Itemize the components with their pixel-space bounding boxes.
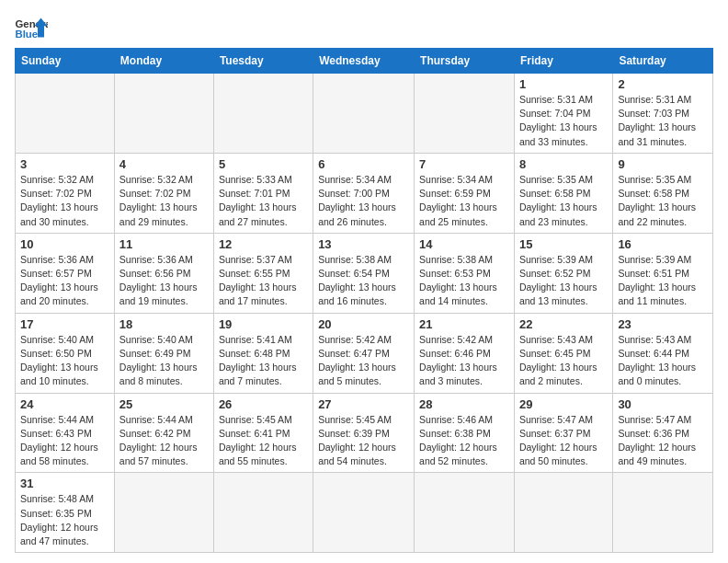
day-number: 5 — [219, 157, 308, 171]
weekday-header-thursday: Thursday — [415, 49, 515, 74]
day-number: 12 — [219, 237, 308, 251]
calendar-cell — [313, 473, 415, 553]
day-number: 1 — [519, 77, 608, 91]
day-sun-info: Sunrise: 5:34 AMSunset: 7:00 PMDaylight:… — [318, 173, 409, 229]
svg-text:Blue: Blue — [16, 29, 39, 40]
calendar-cell: 9Sunrise: 5:35 AMSunset: 6:58 PMDaylight… — [613, 153, 713, 233]
calendar-cell: 22Sunrise: 5:43 AMSunset: 6:45 PMDayligh… — [514, 313, 612, 393]
calendar-cell: 30Sunrise: 5:47 AMSunset: 6:36 PMDayligh… — [613, 393, 713, 473]
calendar-cell: 25Sunrise: 5:44 AMSunset: 6:42 PMDayligh… — [114, 393, 213, 473]
calendar-week-row: 3Sunrise: 5:32 AMSunset: 7:02 PMDaylight… — [16, 153, 713, 233]
calendar-cell: 14Sunrise: 5:38 AMSunset: 6:53 PMDayligh… — [415, 233, 515, 313]
calendar-cell: 21Sunrise: 5:42 AMSunset: 6:46 PMDayligh… — [415, 313, 515, 393]
day-sun-info: Sunrise: 5:36 AMSunset: 6:56 PMDaylight:… — [119, 253, 209, 309]
day-number: 30 — [618, 397, 708, 411]
day-number: 24 — [20, 397, 109, 411]
weekday-header-friday: Friday — [514, 49, 612, 74]
calendar-cell: 29Sunrise: 5:47 AMSunset: 6:37 PMDayligh… — [514, 393, 612, 473]
calendar-cell: 3Sunrise: 5:32 AMSunset: 7:02 PMDaylight… — [16, 153, 115, 233]
weekday-header-monday: Monday — [114, 49, 213, 74]
day-sun-info: Sunrise: 5:46 AMSunset: 6:38 PMDaylight:… — [419, 413, 509, 469]
calendar-cell: 31Sunrise: 5:48 AMSunset: 6:35 PMDayligh… — [16, 473, 115, 553]
day-sun-info: Sunrise: 5:39 AMSunset: 6:52 PMDaylight:… — [519, 253, 608, 309]
day-number: 19 — [219, 317, 308, 331]
day-number: 8 — [519, 157, 608, 171]
day-sun-info: Sunrise: 5:47 AMSunset: 6:37 PMDaylight:… — [519, 413, 608, 469]
calendar-cell: 23Sunrise: 5:43 AMSunset: 6:44 PMDayligh… — [613, 313, 713, 393]
calendar-cell: 17Sunrise: 5:40 AMSunset: 6:50 PMDayligh… — [16, 313, 115, 393]
calendar-cell: 11Sunrise: 5:36 AMSunset: 6:56 PMDayligh… — [114, 233, 213, 313]
calendar-cell: 12Sunrise: 5:37 AMSunset: 6:55 PMDayligh… — [213, 233, 313, 313]
day-sun-info: Sunrise: 5:32 AMSunset: 7:02 PMDaylight:… — [119, 173, 209, 229]
day-sun-info: Sunrise: 5:42 AMSunset: 6:46 PMDaylight:… — [419, 333, 509, 389]
day-number: 20 — [318, 317, 409, 331]
day-sun-info: Sunrise: 5:38 AMSunset: 6:53 PMDaylight:… — [419, 253, 509, 309]
day-number: 11 — [119, 237, 209, 251]
day-sun-info: Sunrise: 5:33 AMSunset: 7:01 PMDaylight:… — [219, 173, 308, 229]
calendar-week-row: 10Sunrise: 5:36 AMSunset: 6:57 PMDayligh… — [16, 233, 713, 313]
calendar-cell: 7Sunrise: 5:34 AMSunset: 6:59 PMDaylight… — [415, 153, 515, 233]
day-number: 6 — [318, 157, 409, 171]
calendar-cell — [613, 473, 713, 553]
day-number: 23 — [618, 317, 708, 331]
day-sun-info: Sunrise: 5:43 AMSunset: 6:45 PMDaylight:… — [519, 333, 608, 389]
calendar-cell: 16Sunrise: 5:39 AMSunset: 6:51 PMDayligh… — [613, 233, 713, 313]
calendar-cell — [114, 473, 213, 553]
calendar-cell — [213, 473, 313, 553]
calendar-cell: 26Sunrise: 5:45 AMSunset: 6:41 PMDayligh… — [213, 393, 313, 473]
calendar-cell: 27Sunrise: 5:45 AMSunset: 6:39 PMDayligh… — [313, 393, 415, 473]
day-number: 29 — [519, 397, 608, 411]
day-number: 22 — [519, 317, 608, 331]
day-number: 13 — [318, 237, 409, 251]
calendar-cell: 15Sunrise: 5:39 AMSunset: 6:52 PMDayligh… — [514, 233, 612, 313]
day-sun-info: Sunrise: 5:44 AMSunset: 6:42 PMDaylight:… — [119, 413, 209, 469]
day-number: 17 — [20, 317, 109, 331]
day-sun-info: Sunrise: 5:36 AMSunset: 6:57 PMDaylight:… — [20, 253, 109, 309]
day-sun-info: Sunrise: 5:40 AMSunset: 6:50 PMDaylight:… — [20, 333, 109, 389]
day-number: 7 — [419, 157, 509, 171]
day-sun-info: Sunrise: 5:39 AMSunset: 6:51 PMDaylight:… — [618, 253, 708, 309]
calendar-cell: 8Sunrise: 5:35 AMSunset: 6:58 PMDaylight… — [514, 153, 612, 233]
day-number: 16 — [618, 237, 708, 251]
day-sun-info: Sunrise: 5:32 AMSunset: 7:02 PMDaylight:… — [20, 173, 109, 229]
day-number: 9 — [618, 157, 708, 171]
day-number: 4 — [119, 157, 209, 171]
day-sun-info: Sunrise: 5:37 AMSunset: 6:55 PMDaylight:… — [219, 253, 308, 309]
day-sun-info: Sunrise: 5:40 AMSunset: 6:49 PMDaylight:… — [119, 333, 209, 389]
day-sun-info: Sunrise: 5:38 AMSunset: 6:54 PMDaylight:… — [318, 253, 409, 309]
day-number: 14 — [419, 237, 509, 251]
day-sun-info: Sunrise: 5:35 AMSunset: 6:58 PMDaylight:… — [618, 173, 708, 229]
weekday-header-row: SundayMondayTuesdayWednesdayThursdayFrid… — [16, 49, 713, 74]
calendar-cell: 5Sunrise: 5:33 AMSunset: 7:01 PMDaylight… — [213, 153, 313, 233]
day-sun-info: Sunrise: 5:45 AMSunset: 6:39 PMDaylight:… — [318, 413, 409, 469]
calendar-cell: 20Sunrise: 5:42 AMSunset: 6:47 PMDayligh… — [313, 313, 415, 393]
day-number: 25 — [119, 397, 209, 411]
calendar-cell: 1Sunrise: 5:31 AMSunset: 7:04 PMDaylight… — [514, 74, 612, 154]
day-sun-info: Sunrise: 5:34 AMSunset: 6:59 PMDaylight:… — [419, 173, 509, 229]
day-sun-info: Sunrise: 5:45 AMSunset: 6:41 PMDaylight:… — [219, 413, 308, 469]
calendar-cell — [415, 473, 515, 553]
day-sun-info: Sunrise: 5:43 AMSunset: 6:44 PMDaylight:… — [618, 333, 708, 389]
day-number: 10 — [20, 237, 109, 251]
day-number: 3 — [20, 157, 109, 171]
day-sun-info: Sunrise: 5:41 AMSunset: 6:48 PMDaylight:… — [219, 333, 308, 389]
calendar-cell: 2Sunrise: 5:31 AMSunset: 7:03 PMDaylight… — [613, 74, 713, 154]
header: General Blue — [15, 15, 713, 40]
day-number: 31 — [20, 477, 109, 490]
calendar-cell — [16, 74, 115, 154]
day-sun-info: Sunrise: 5:31 AMSunset: 7:04 PMDaylight:… — [519, 93, 608, 149]
day-sun-info: Sunrise: 5:31 AMSunset: 7:03 PMDaylight:… — [618, 93, 708, 149]
calendar-cell — [313, 74, 415, 154]
calendar-cell: 6Sunrise: 5:34 AMSunset: 7:00 PMDaylight… — [313, 153, 415, 233]
day-sun-info: Sunrise: 5:35 AMSunset: 6:58 PMDaylight:… — [519, 173, 608, 229]
calendar-cell — [514, 473, 612, 553]
day-number: 26 — [219, 397, 308, 411]
calendar-cell: 18Sunrise: 5:40 AMSunset: 6:49 PMDayligh… — [114, 313, 213, 393]
day-sun-info: Sunrise: 5:48 AMSunset: 6:35 PMDaylight:… — [20, 492, 109, 548]
day-number: 18 — [119, 317, 209, 331]
calendar-cell: 19Sunrise: 5:41 AMSunset: 6:48 PMDayligh… — [213, 313, 313, 393]
weekday-header-sunday: Sunday — [16, 49, 115, 74]
calendar-cell: 4Sunrise: 5:32 AMSunset: 7:02 PMDaylight… — [114, 153, 213, 233]
calendar-week-row: 24Sunrise: 5:44 AMSunset: 6:43 PMDayligh… — [16, 393, 713, 473]
day-number: 15 — [519, 237, 608, 251]
